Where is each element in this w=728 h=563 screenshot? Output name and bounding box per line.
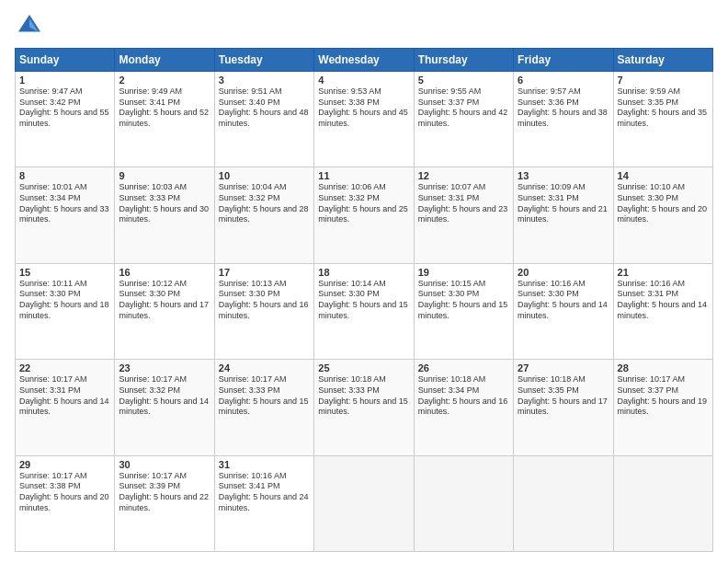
day-info: Sunrise: 10:11 AM Sunset: 3:30 PM Daylig… [19,279,110,322]
sunset: Sunset: 3:32 PM [318,193,380,202]
daylight: Daylight: 5 hours and 55 minutes. [19,108,109,128]
day-info: Sunrise: 10:17 AM Sunset: 3:39 PM Daylig… [119,471,210,514]
calendar-cell: 27 Sunrise: 10:18 AM Sunset: 3:35 PM Day… [514,360,613,455]
daylight: Daylight: 5 hours and 15 minutes. [318,300,408,320]
calendar-cell: 6 Sunrise: 9:57 AM Sunset: 3:36 PM Dayli… [514,72,613,167]
day-number: 1 [19,75,110,86]
calendar-cell: 21 Sunrise: 10:16 AM Sunset: 3:31 PM Day… [613,263,712,359]
daylight: Daylight: 5 hours and 20 minutes. [618,204,708,224]
sunset: Sunset: 3:34 PM [19,193,81,202]
sunset: Sunset: 3:30 PM [219,289,280,298]
daylight: Daylight: 5 hours and 42 minutes. [418,108,508,128]
sunrise: Sunrise: 10:17 AM [119,374,187,384]
sunrise: Sunrise: 10:10 AM [618,182,686,191]
day-info: Sunrise: 10:16 AM Sunset: 3:31 PM Daylig… [618,279,709,322]
daylight: Daylight: 5 hours and 24 minutes. [219,492,309,512]
calendar-cell: 13 Sunrise: 10:09 AM Sunset: 3:31 PM Day… [514,167,613,263]
sunset: Sunset: 3:30 PM [119,289,180,298]
logo-icon [15,11,44,40]
day-number: 4 [318,75,409,86]
week-row-4: 22 Sunrise: 10:17 AM Sunset: 3:31 PM Day… [16,360,713,455]
day-info: Sunrise: 9:57 AM Sunset: 3:36 PM Dayligh… [518,86,609,130]
daylight: Daylight: 5 hours and 45 minutes. [318,108,408,128]
day-info: Sunrise: 10:18 AM Sunset: 3:33 PM Daylig… [318,374,409,418]
weekday-saturday: Saturday [613,49,712,72]
day-number: 21 [618,267,709,278]
calendar-cell: 30 Sunrise: 10:17 AM Sunset: 3:39 PM Day… [115,455,214,551]
weekday-wednesday: Wednesday [314,49,414,72]
sunrise: Sunrise: 10:03 AM [119,182,187,191]
day-info: Sunrise: 9:55 AM Sunset: 3:37 PM Dayligh… [418,86,509,130]
day-number: 8 [19,170,110,181]
weekday-header-row: SundayMondayTuesdayWednesdayThursdayFrid… [16,49,713,72]
calendar-cell: 28 Sunrise: 10:17 AM Sunset: 3:37 PM Day… [613,360,712,455]
header [15,11,713,40]
sunrise: Sunrise: 9:47 AM [19,86,83,96]
daylight: Daylight: 5 hours and 28 minutes. [219,204,309,224]
daylight: Daylight: 5 hours and 14 minutes. [618,300,708,320]
week-row-1: 1 Sunrise: 9:47 AM Sunset: 3:42 PM Dayli… [16,72,713,167]
calendar-cell: 3 Sunrise: 9:51 AM Sunset: 3:40 PM Dayli… [214,72,313,167]
calendar-table: SundayMondayTuesdayWednesdayThursdayFrid… [15,48,713,552]
sunset: Sunset: 3:30 PM [418,289,480,298]
day-info: Sunrise: 10:16 AM Sunset: 3:41 PM Daylig… [219,471,310,514]
day-info: Sunrise: 10:13 AM Sunset: 3:30 PM Daylig… [219,279,310,322]
sunrise: Sunrise: 10:16 AM [518,279,586,288]
calendar-cell: 1 Sunrise: 9:47 AM Sunset: 3:42 PM Dayli… [16,72,115,167]
week-row-3: 15 Sunrise: 10:11 AM Sunset: 3:30 PM Day… [16,263,713,359]
calendar-cell: 16 Sunrise: 10:12 AM Sunset: 3:30 PM Day… [115,263,214,359]
sunrise: Sunrise: 10:04 AM [219,182,287,191]
sunset: Sunset: 3:33 PM [219,385,280,395]
daylight: Daylight: 5 hours and 17 minutes. [518,396,608,417]
weekday-friday: Friday [514,49,613,72]
sunset: Sunset: 3:37 PM [618,385,679,395]
day-number: 10 [219,170,310,181]
calendar-cell: 20 Sunrise: 10:16 AM Sunset: 3:30 PM Day… [514,263,613,359]
sunset: Sunset: 3:32 PM [119,385,180,395]
daylight: Daylight: 5 hours and 19 minutes. [618,396,708,417]
day-number: 6 [518,75,609,86]
daylight: Daylight: 5 hours and 21 minutes. [518,204,608,224]
daylight: Daylight: 5 hours and 16 minutes. [219,300,309,320]
daylight: Daylight: 5 hours and 15 minutes. [318,396,408,417]
sunrise: Sunrise: 10:11 AM [19,279,87,288]
sunset: Sunset: 3:38 PM [19,481,81,490]
sunset: Sunset: 3:41 PM [119,98,180,107]
logo [15,11,48,40]
day-info: Sunrise: 10:09 AM Sunset: 3:31 PM Daylig… [518,182,609,225]
day-number: 24 [219,362,310,373]
sunset: Sunset: 3:40 PM [219,98,280,107]
day-info: Sunrise: 10:16 AM Sunset: 3:30 PM Daylig… [518,279,609,322]
calendar-cell: 8 Sunrise: 10:01 AM Sunset: 3:34 PM Dayl… [16,167,115,263]
sunrise: Sunrise: 10:13 AM [219,279,287,288]
sunset: Sunset: 3:30 PM [318,289,380,298]
sunset: Sunset: 3:38 PM [318,98,380,107]
calendar-cell: 10 Sunrise: 10:04 AM Sunset: 3:32 PM Day… [214,167,313,263]
sunrise: Sunrise: 10:16 AM [219,471,287,480]
day-number: 29 [19,459,110,470]
week-row-5: 29 Sunrise: 10:17 AM Sunset: 3:38 PM Day… [16,455,713,551]
day-info: Sunrise: 10:03 AM Sunset: 3:33 PM Daylig… [119,182,210,225]
sunrise: Sunrise: 10:14 AM [318,279,386,288]
sunset: Sunset: 3:31 PM [518,193,579,202]
day-info: Sunrise: 10:18 AM Sunset: 3:34 PM Daylig… [418,374,509,418]
day-info: Sunrise: 10:17 AM Sunset: 3:31 PM Daylig… [19,374,110,418]
day-info: Sunrise: 10:06 AM Sunset: 3:32 PM Daylig… [318,182,409,225]
calendar-cell [414,455,513,551]
day-number: 14 [618,170,709,181]
day-number: 28 [618,362,709,373]
day-number: 22 [19,362,110,373]
sunset: Sunset: 3:41 PM [219,481,280,490]
weekday-tuesday: Tuesday [214,49,313,72]
sunrise: Sunrise: 10:17 AM [19,374,87,384]
sunrise: Sunrise: 10:12 AM [119,279,187,288]
sunrise: Sunrise: 10:18 AM [518,374,586,384]
calendar-body: 1 Sunrise: 9:47 AM Sunset: 3:42 PM Dayli… [16,72,713,552]
calendar-cell: 23 Sunrise: 10:17 AM Sunset: 3:32 PM Day… [115,360,214,455]
day-number: 17 [219,267,310,278]
day-number: 25 [318,362,409,373]
day-number: 31 [219,459,310,470]
daylight: Daylight: 5 hours and 18 minutes. [19,300,109,320]
sunrise: Sunrise: 10:18 AM [418,374,486,384]
calendar-cell: 18 Sunrise: 10:14 AM Sunset: 3:30 PM Day… [314,263,414,359]
